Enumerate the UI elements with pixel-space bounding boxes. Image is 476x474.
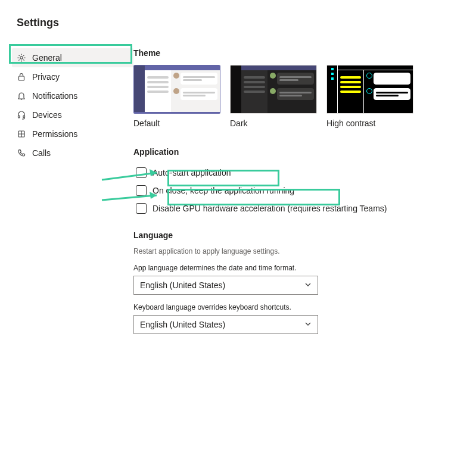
svg-point-0 [20, 57, 23, 59]
sidebar-item-privacy[interactable]: Privacy [12, 67, 133, 86]
theme-preview-high-contrast [326, 65, 413, 114]
app-language-label: App language determines the date and tim… [133, 264, 457, 272]
keyboard-language-dropdown[interactable]: English (United States) [133, 315, 318, 334]
theme-label: High contrast [326, 118, 413, 128]
keyboard-language-label: Keyboard language overrides keyboard sho… [133, 303, 457, 311]
sidebar-item-general[interactable]: General [12, 48, 133, 67]
svg-rect-1 [19, 76, 24, 80]
app-language-dropdown[interactable]: English (United States) [133, 276, 318, 295]
checkbox-label: On close, keep the application running [153, 186, 294, 195]
sidebar-item-calls[interactable]: Calls [12, 144, 133, 163]
close-button[interactable] [447, 18, 459, 30]
sidebar: General Privacy Notifications Devices Pe [12, 48, 133, 334]
svg-rect-2 [18, 116, 20, 118]
chevron-down-icon [304, 320, 312, 329]
theme-options: Default Dark [133, 65, 457, 128]
page-title: Settings [0, 0, 476, 29]
checkbox-disable-gpu[interactable]: Disable GPU hardware acceleration (requi… [133, 199, 457, 217]
theme-preview-default [133, 65, 220, 114]
sidebar-item-label: General [32, 53, 62, 63]
sidebar-item-permissions[interactable]: Permissions [12, 124, 133, 144]
language-heading: Language [133, 230, 457, 240]
checkbox-label: Auto-start application [153, 168, 231, 177]
sidebar-item-label: Calls [32, 148, 51, 158]
sidebar-item-label: Notifications [32, 91, 77, 101]
checkbox-icon [136, 203, 147, 214]
checkbox-icon [136, 185, 147, 196]
chevron-down-icon [304, 280, 312, 290]
checkbox-label: Disable GPU hardware acceleration (requi… [153, 204, 387, 213]
svg-rect-3 [23, 116, 25, 118]
gear-icon [17, 53, 26, 63]
checkbox-auto-start[interactable]: Auto-start application [133, 164, 457, 182]
theme-label: Dark [230, 118, 317, 128]
theme-option-high-contrast[interactable]: High contrast [326, 65, 413, 128]
theme-heading: Theme [133, 48, 457, 58]
headset-icon [17, 110, 26, 120]
sidebar-item-label: Permissions [32, 129, 77, 139]
dropdown-value: English (United States) [140, 320, 225, 329]
checkbox-icon [136, 167, 147, 178]
checkbox-keep-running[interactable]: On close, keep the application running [133, 182, 457, 199]
theme-preview-dark [230, 65, 317, 114]
theme-label: Default [133, 118, 220, 128]
theme-option-default[interactable]: Default [133, 65, 220, 128]
dropdown-value: English (United States) [140, 280, 225, 290]
key-icon [17, 129, 26, 139]
language-description: Restart application to apply language se… [133, 247, 457, 255]
sidebar-item-label: Devices [32, 110, 62, 120]
sidebar-item-notifications[interactable]: Notifications [12, 86, 133, 105]
theme-option-dark[interactable]: Dark [230, 65, 317, 128]
sidebar-item-devices[interactable]: Devices [12, 105, 133, 124]
bell-icon [17, 91, 26, 101]
phone-icon [17, 148, 26, 158]
application-heading: Application [133, 147, 457, 157]
lock-icon [17, 72, 26, 82]
sidebar-item-label: Privacy [32, 72, 60, 82]
